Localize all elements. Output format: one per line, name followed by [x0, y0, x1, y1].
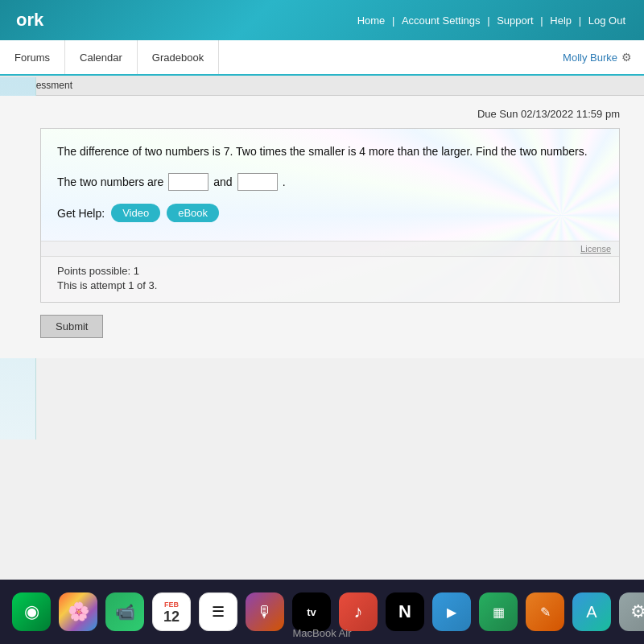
calendar-date: 12: [163, 609, 180, 626]
appstore-icon[interactable]: A: [572, 592, 611, 631]
attempt-info: This is attempt 1 of 3.: [57, 279, 603, 291]
answer-suffix: .: [283, 175, 286, 188]
submit-button[interactable]: Submit: [40, 315, 103, 338]
license-link[interactable]: License: [580, 244, 611, 254]
calendar-icon[interactable]: FEB 12: [152, 592, 191, 631]
nav-home[interactable]: Home: [357, 14, 386, 27]
tab-gradebook[interactable]: Gradebook: [138, 40, 219, 74]
user-info: Molly Burke ⚙: [563, 40, 644, 74]
macbook-label: MacBook Air: [293, 627, 352, 639]
facetime-icon[interactable]: 📹: [105, 592, 144, 631]
keynote-icon[interactable]: ▶: [432, 592, 471, 631]
nav-links: Home | Account Settings | Support | Help…: [355, 14, 628, 27]
nav-logout[interactable]: Log Out: [588, 14, 625, 27]
site-title: ork: [16, 10, 43, 31]
podcasts-icon[interactable]: 🎙: [246, 592, 284, 631]
answer-and: and: [213, 175, 232, 188]
question-box: The difference of two numbers is 7. Two …: [40, 128, 620, 303]
ebook-button[interactable]: eBook: [167, 204, 219, 222]
secondary-nav: Forums Calendar Gradebook Molly Burke ⚙: [0, 40, 644, 76]
help-row: Get Help: Video eBook: [57, 204, 603, 222]
pages-icon[interactable]: ✎: [526, 592, 564, 631]
nav-account-settings[interactable]: Account Settings: [402, 14, 481, 27]
license-row: License: [41, 241, 619, 256]
nav-support[interactable]: Support: [497, 14, 534, 27]
calendar-month: FEB: [164, 598, 179, 609]
taskbar-icons: ◉ 🌸 📹 FEB 12 ☰ 🎙 tv ♪ N ▶: [12, 592, 644, 631]
breadcrumb: > Assessment: [0, 76, 644, 96]
top-nav: ork Home | Account Settings | Support | …: [0, 0, 644, 40]
main-content: Due Sun 02/13/2022 11:59 pm The differen…: [0, 96, 644, 358]
nav-help[interactable]: Help: [550, 14, 572, 27]
taskbar: ◉ 🌸 📹 FEB 12 ☰ 🎙 tv ♪ N ▶: [0, 580, 644, 644]
answer-input-1[interactable]: [168, 173, 208, 191]
video-button[interactable]: Video: [111, 204, 160, 222]
due-date: Due Sun 02/13/2022 11:59 pm: [40, 108, 620, 120]
appletv-icon[interactable]: tv: [292, 592, 331, 631]
answer-input-2[interactable]: [237, 173, 278, 191]
tab-calendar[interactable]: Calendar: [65, 40, 138, 74]
music-icon[interactable]: ♪: [339, 592, 378, 631]
appletv-label: tv: [307, 606, 316, 618]
reminders-icon[interactable]: ☰: [199, 592, 237, 631]
screen: ork Home | Account Settings | Support | …: [0, 0, 644, 580]
points-info: Points possible: 1 This is attempt 1 of …: [41, 256, 619, 302]
answer-prefix: The two numbers are: [57, 175, 163, 188]
photos-icon[interactable]: 🌸: [59, 592, 97, 631]
news-icon[interactable]: N: [386, 592, 424, 631]
tab-forums[interactable]: Forums: [0, 40, 65, 74]
help-label: Get Help:: [57, 207, 105, 220]
system-preferences-icon[interactable]: ⚙: [619, 592, 644, 631]
question-text: The difference of two numbers is 7. Two …: [57, 143, 603, 160]
nav-tabs: Forums Calendar Gradebook: [0, 40, 219, 74]
points-possible: Points possible: 1: [57, 265, 603, 277]
gear-icon[interactable]: ⚙: [621, 51, 632, 64]
user-name-link[interactable]: Molly Burke: [563, 52, 617, 64]
submit-area: Submit: [40, 303, 620, 346]
maps-icon[interactable]: ◉: [12, 592, 51, 631]
answer-row: The two numbers are and .: [57, 173, 603, 191]
numbers-icon[interactable]: ▦: [479, 592, 518, 631]
